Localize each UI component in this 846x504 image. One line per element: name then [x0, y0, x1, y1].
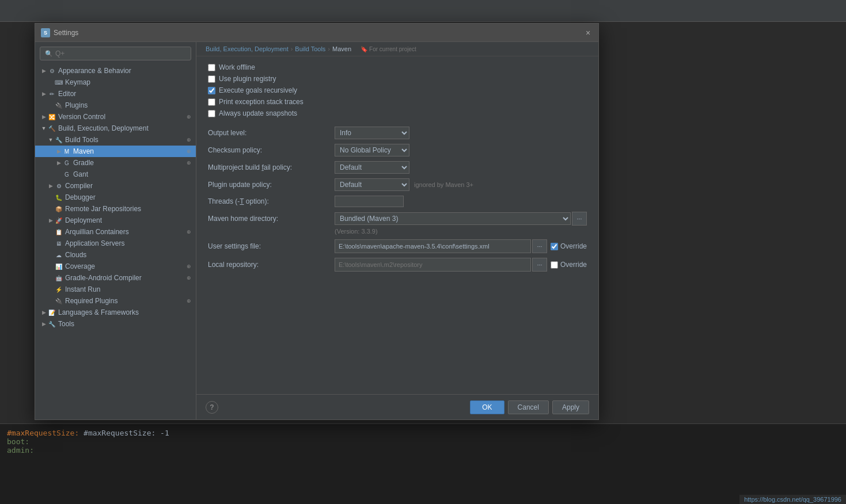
breadcrumb-sep2: ›: [328, 45, 330, 52]
local-repo-label: Local repository:: [208, 261, 335, 269]
multiproject-build-select[interactable]: Default At End Never Fast: [335, 161, 409, 174]
editor-icon: ✏: [48, 90, 56, 98]
execute-goals-label[interactable]: Execute goals recursively: [219, 86, 297, 94]
checkbox-always-update: Always update snapshots: [208, 109, 587, 117]
server-icon: 🖥: [55, 239, 63, 247]
output-level-select[interactable]: Info Debug Quiet: [335, 127, 409, 139]
sidebar-item-app-servers[interactable]: 🖥 Application Servers: [35, 238, 196, 249]
plugin-update-select[interactable]: Default Force Never: [335, 178, 409, 191]
local-repo-override-checkbox[interactable]: [551, 261, 558, 269]
sidebar-item-label: Appearance & Behavior: [58, 67, 131, 75]
sidebar-item-label: Compiler: [65, 182, 93, 190]
checksum-policy-select[interactable]: No Global Policy Strict Lax: [335, 144, 409, 156]
search-input[interactable]: [55, 49, 186, 58]
apply-button[interactable]: Apply: [552, 400, 589, 414]
breadcrumb-current: Maven: [332, 45, 351, 52]
sidebar-item-gradle[interactable]: ▶ G Gradle ⊕: [35, 157, 196, 169]
breadcrumb-part2[interactable]: Build Tools: [295, 45, 325, 52]
work-offline-checkbox[interactable]: [208, 64, 215, 71]
sidebar-item-version-control[interactable]: ▶ 🔀 Version Control ⊕: [35, 111, 196, 123]
tools-nav-icon: 🔧: [48, 320, 56, 328]
arrow-spacer: [47, 251, 55, 259]
plugin-update-label: Plugin update policy:: [208, 181, 335, 189]
user-settings-browse-button[interactable]: ···: [532, 239, 547, 253]
local-repo-override-label[interactable]: Override: [560, 261, 587, 269]
maven-icon: M: [63, 147, 71, 155]
close-button[interactable]: ×: [583, 28, 593, 37]
print-exceptions-checkbox[interactable]: [208, 98, 215, 106]
always-update-checkbox[interactable]: [208, 110, 215, 117]
sidebar-item-coverage[interactable]: 📊 Coverage ⊕: [35, 261, 196, 272]
arrow-spacer: [47, 297, 55, 305]
main-content: Build, Execution, Deployment › Build Too…: [196, 42, 598, 419]
sidebar-item-instant-run[interactable]: ⚡ Instant Run: [35, 284, 196, 295]
sidebar-item-clouds[interactable]: ☁ Clouds: [35, 249, 196, 261]
vc-icon: 🔀: [48, 113, 56, 121]
indicator-icon: ⊕: [187, 114, 191, 120]
arrow-spacer: [47, 228, 55, 236]
sidebar-item-build-tools[interactable]: ▼ 🔧 Build Tools ⊕: [35, 134, 196, 146]
arrow-icon: ▶: [55, 159, 63, 167]
dialog-footer: ? OK Cancel Apply: [196, 394, 598, 419]
user-settings-override-label[interactable]: Override: [560, 242, 587, 250]
sidebar-item-gant[interactable]: G Gant: [35, 169, 196, 180]
user-settings-input[interactable]: [335, 239, 531, 253]
sidebar-item-compiler[interactable]: ▶ ⚙ Compiler: [35, 180, 196, 192]
use-plugin-registry-checkbox[interactable]: [208, 75, 215, 83]
breadcrumb-part1[interactable]: Build, Execution, Deployment: [206, 45, 289, 52]
sidebar-item-remote-jar[interactable]: 📦 Remote Jar Repositories: [35, 203, 196, 215]
breadcrumb-sep1: ›: [291, 45, 293, 52]
footer-buttons: OK Cancel Apply: [470, 400, 589, 414]
sidebar-item-tools[interactable]: ▶ 🔧 Tools: [35, 318, 196, 330]
search-box[interactable]: 🔍: [40, 47, 191, 60]
arrow-spacer: [47, 101, 55, 109]
threads-input[interactable]: [335, 196, 404, 207]
arrow-spacer: [47, 285, 55, 293]
sidebar-item-label: Application Servers: [65, 239, 124, 247]
sidebar-item-plugins[interactable]: 🔌 Plugins: [35, 100, 196, 111]
sidebar-item-appearance[interactable]: ▶ ⚙ Appearance & Behavior: [35, 65, 196, 77]
sidebar-item-label: Build Tools: [65, 136, 98, 144]
indicator-icon: ⊕: [187, 275, 191, 281]
arrow-icon: ▶: [47, 216, 55, 224]
search-icon: 🔍: [45, 50, 53, 58]
help-button[interactable]: ?: [206, 401, 218, 414]
dialog-titlebar: S Settings ×: [35, 24, 598, 42]
settings-form: Work offline Use plugin registry Execute…: [196, 56, 598, 394]
maven-home-browse-button[interactable]: ···: [572, 212, 587, 226]
user-settings-override-checkbox[interactable]: [551, 243, 558, 250]
local-repo-browse-button[interactable]: ···: [532, 258, 547, 272]
deployment-icon: 🚀: [55, 216, 63, 224]
sidebar-item-maven[interactable]: ▶ M Maven ⊕: [35, 146, 196, 157]
sidebar-item-label: Debugger: [65, 193, 96, 201]
arrow-icon: ▶: [40, 308, 48, 316]
work-offline-label[interactable]: Work offline: [219, 63, 255, 71]
sidebar-item-languages-frameworks[interactable]: ▶ 📝 Languages & Frameworks: [35, 307, 196, 318]
sidebar-item-keymap[interactable]: ⌨ Keymap: [35, 77, 196, 88]
required-icon: 🔌: [55, 297, 63, 305]
sidebar-item-label: Version Control: [58, 113, 105, 121]
dialog-title: Settings: [54, 29, 583, 37]
sidebar-item-debugger[interactable]: 🐛 Debugger: [35, 192, 196, 203]
always-update-label[interactable]: Always update snapshots: [219, 109, 297, 117]
sidebar-item-deployment[interactable]: ▶ 🚀 Deployment: [35, 215, 196, 226]
arquillian-icon: 📋: [55, 228, 63, 236]
ok-button[interactable]: OK: [470, 400, 504, 414]
maven-home-select[interactable]: Bundled (Maven 3): [335, 212, 571, 225]
use-plugin-registry-label[interactable]: Use plugin registry: [219, 75, 276, 83]
user-settings-label: User settings file:: [208, 242, 335, 250]
sidebar-item-arquillian[interactable]: 📋 Arquillian Containers ⊕: [35, 226, 196, 238]
local-repo-override-section: Override: [551, 261, 587, 269]
sidebar-item-required-plugins[interactable]: 🔌 Required Plugins ⊕: [35, 295, 196, 307]
sidebar-item-editor[interactable]: ▶ ✏ Editor: [35, 88, 196, 100]
execute-goals-checkbox[interactable]: [208, 87, 215, 94]
print-exceptions-label[interactable]: Print exception stack traces: [219, 98, 304, 106]
sidebar-item-build-execution[interactable]: ▼ 🔨 Build, Execution, Deployment: [35, 123, 196, 134]
checkbox-use-plugin-registry: Use plugin registry: [208, 75, 587, 83]
code-line-3: admin:: [7, 446, 839, 455]
local-repo-input[interactable]: [335, 258, 531, 272]
keymap-icon: ⌨: [55, 78, 63, 86]
cancel-button[interactable]: Cancel: [508, 400, 549, 414]
arrow-icon: ▶: [40, 67, 48, 75]
sidebar-item-gradle-android[interactable]: 🤖 Gradle-Android Compiler ⊕: [35, 272, 196, 284]
